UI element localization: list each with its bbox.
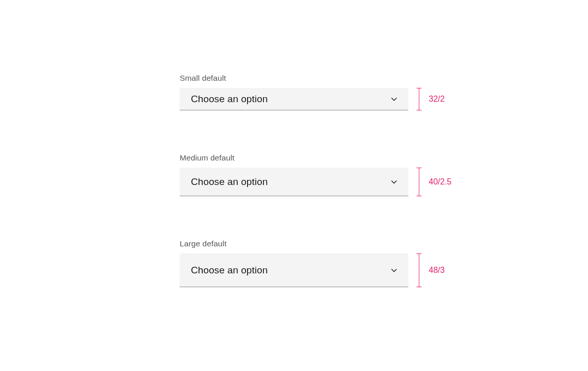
row-small: Small default Choose an option 32/2 <box>180 74 451 110</box>
chevron-down-icon <box>390 95 398 103</box>
dropdown-large-placeholder: Choose an option <box>191 265 268 276</box>
row-medium: Medium default Choose an option 40/2.5 <box>180 153 451 196</box>
measurement-large-value: 48/3 <box>429 266 445 275</box>
dropdown-large[interactable]: Choose an option <box>180 253 408 287</box>
row-large: Large default Choose an option 48/3 <box>180 239 451 287</box>
field-group-large: Large default Choose an option <box>180 239 408 287</box>
label-small: Small default <box>180 74 408 83</box>
chevron-down-icon <box>390 266 398 274</box>
dropdown-small[interactable]: Choose an option <box>180 88 408 110</box>
measurement-small: 32/2 <box>416 88 445 110</box>
measurement-large: 48/3 <box>416 253 445 287</box>
dropdown-medium[interactable]: Choose an option <box>180 168 408 196</box>
field-group-small: Small default Choose an option <box>180 74 408 110</box>
dropdown-small-placeholder: Choose an option <box>191 94 268 105</box>
height-bracket-icon <box>416 168 422 196</box>
label-medium: Medium default <box>180 153 408 163</box>
height-bracket-icon <box>416 88 422 110</box>
measurement-small-value: 32/2 <box>429 95 445 104</box>
dropdown-medium-placeholder: Choose an option <box>191 176 268 188</box>
dropdown-sizing-spec: Small default Choose an option 32/2 Medi… <box>180 74 451 287</box>
measurement-medium: 40/2.5 <box>416 168 451 196</box>
field-group-medium: Medium default Choose an option <box>180 153 408 196</box>
label-large: Large default <box>180 239 408 248</box>
height-bracket-icon <box>416 253 422 287</box>
measurement-medium-value: 40/2.5 <box>429 177 451 187</box>
chevron-down-icon <box>390 178 398 186</box>
